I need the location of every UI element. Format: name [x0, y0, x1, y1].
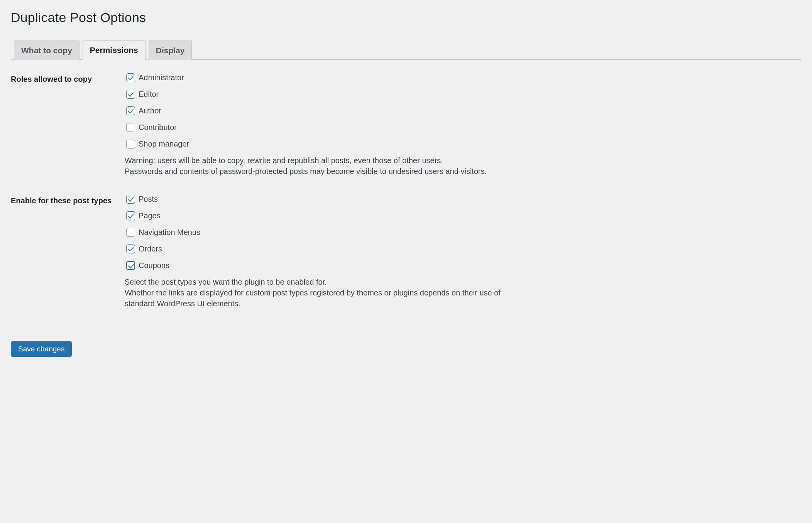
checkbox-label: Pages — [139, 210, 161, 221]
checkbox-label: Author — [139, 105, 161, 116]
save-changes-button[interactable]: Save changes — [11, 341, 72, 357]
post-types-description-line2: Whether the links are displayed for cust… — [125, 288, 501, 308]
post-type-option-navigation-menus[interactable]: Navigation Menus — [125, 227, 797, 238]
role-option-editor[interactable]: Editor — [125, 89, 797, 100]
checkbox-shop-manager[interactable] — [126, 140, 135, 148]
checkbox-editor[interactable] — [126, 90, 135, 99]
checkbox-posts[interactable] — [126, 195, 135, 204]
post-types-description-line1: Select the post types you want the plugi… — [125, 278, 327, 286]
post-types-fieldset: Posts Pages Navigation Menus Orders — [125, 194, 797, 317]
checkbox-contributor[interactable] — [126, 123, 135, 132]
post-types-description: Select the post types you want the plugi… — [125, 277, 518, 309]
role-option-contributor[interactable]: Contributor — [125, 122, 797, 133]
tab-display[interactable]: Display — [149, 40, 192, 60]
checkbox-label: Editor — [139, 89, 159, 100]
roles-fieldset: Administrator Editor Author Contributor — [125, 72, 797, 184]
checkbox-administrator[interactable] — [126, 73, 135, 82]
tab-bar: What to copy Permissions Display — [11, 40, 801, 60]
checkbox-author[interactable] — [126, 106, 135, 115]
post-type-option-pages[interactable]: Pages — [125, 210, 797, 221]
checkbox-label: Coupons — [139, 260, 169, 271]
role-option-shop-manager[interactable]: Shop manager — [125, 138, 797, 150]
settings-table: Roles allowed to copy Administrator Edit… — [11, 71, 801, 324]
checkbox-label: Contributor — [139, 122, 177, 133]
tab-permissions[interactable]: Permissions — [83, 40, 145, 60]
post-type-option-posts[interactable]: Posts — [125, 194, 797, 205]
row-post-types: Enable for these post types Posts Pages … — [11, 192, 801, 324]
checkbox-label: Administrator — [139, 72, 184, 83]
checkbox-label: Navigation Menus — [139, 227, 200, 238]
roles-description-line1: Warning: users will be able to copy, rew… — [125, 156, 443, 165]
checkbox-coupons[interactable] — [126, 261, 135, 270]
checkbox-pages[interactable] — [126, 211, 135, 220]
role-option-author[interactable]: Author — [125, 105, 797, 116]
tab-what-to-copy[interactable]: What to copy — [14, 40, 80, 60]
page-title: Duplicate Post Options — [11, 8, 801, 27]
checkbox-orders[interactable] — [126, 245, 135, 253]
checkbox-label: Posts — [139, 194, 158, 204]
roles-description: Warning: users will be able to copy, rew… — [125, 155, 518, 177]
row-roles: Roles allowed to copy Administrator Edit… — [11, 71, 801, 192]
post-types-heading: Enable for these post types — [11, 192, 125, 324]
checkbox-label: Orders — [139, 243, 162, 254]
checkbox-navigation-menus[interactable] — [126, 228, 135, 237]
post-type-option-orders[interactable]: Orders — [125, 243, 797, 255]
checkbox-label: Shop manager — [139, 138, 189, 149]
submit-row: Save changes — [11, 341, 801, 357]
role-option-administrator[interactable]: Administrator — [125, 72, 797, 83]
roles-heading: Roles allowed to copy — [11, 71, 125, 192]
roles-description-line2: Passwords and contents of password-prote… — [125, 167, 487, 175]
post-type-option-coupons[interactable]: Coupons — [125, 260, 797, 271]
